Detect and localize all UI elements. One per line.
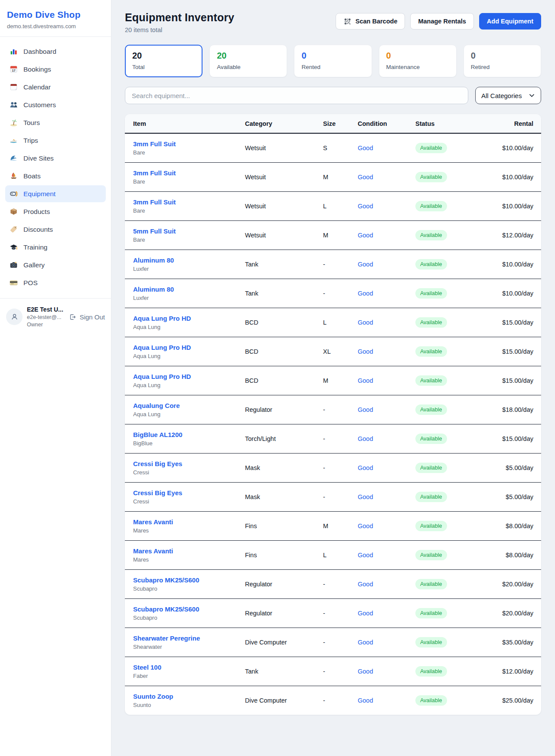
item-name-link[interactable]: Aqua Lung Pro HD xyxy=(133,315,245,322)
table-row: Aqua Lung Pro HD Aqua Lung BCD L Good Av… xyxy=(125,308,541,337)
item-condition-link[interactable]: Good xyxy=(358,668,373,675)
manage-rentals-button[interactable]: Manage Rentals xyxy=(410,13,473,30)
item-name-link[interactable]: Aluminum 80 xyxy=(133,256,245,264)
sidebar-item-dive-sites[interactable]: Dive Sites xyxy=(5,150,106,167)
item-condition-link[interactable]: Good xyxy=(358,697,373,704)
sidebar-item-label: Calendar xyxy=(23,83,51,91)
table-row: Aluminum 80 Luxfer Tank - Good Available… xyxy=(125,250,541,279)
sidebar-item-training[interactable]: Training xyxy=(5,239,106,256)
sidebar-item-label: Bookings xyxy=(23,66,51,73)
item-condition-link[interactable]: Good xyxy=(358,348,373,355)
item-condition-link[interactable]: Good xyxy=(358,493,373,500)
item-brand: Aqua Lung xyxy=(133,411,245,417)
sidebar-item-calendar[interactable]: Calendar xyxy=(5,79,106,95)
item-name-link[interactable]: Cressi Big Eyes xyxy=(133,460,245,467)
item-condition-link[interactable]: Good xyxy=(358,464,373,471)
item-brand: BigBlue xyxy=(133,440,245,447)
item-name-link[interactable]: Steel 100 xyxy=(133,664,245,671)
scan-barcode-button[interactable]: Scan Barcode xyxy=(336,13,405,30)
status-badge: Available xyxy=(415,579,447,589)
item-condition-link[interactable]: Good xyxy=(358,581,373,588)
item-condition-link[interactable]: Good xyxy=(358,552,373,559)
sidebar-item-boats[interactable]: Boats xyxy=(5,168,106,184)
sidebar-item-tours[interactable]: Tours xyxy=(5,114,106,131)
item-name-link[interactable]: Aqua Lung Pro HD xyxy=(133,373,245,380)
item-name-link[interactable]: Mares Avanti xyxy=(133,518,245,526)
sidebar-item-label: Training xyxy=(23,243,47,251)
column-header-condition[interactable]: Condition xyxy=(358,114,415,133)
item-brand: Luxfer xyxy=(133,266,245,272)
stat-card-rented[interactable]: 0 Rented xyxy=(294,45,372,77)
item-name-link[interactable]: Aqualung Core xyxy=(133,402,245,409)
item-name-link[interactable]: 3mm Full Suit xyxy=(133,198,245,206)
item-rental-rate: $8.00/day xyxy=(481,541,541,570)
trips-icon xyxy=(10,136,18,145)
stat-card-retired[interactable]: 0 Retired xyxy=(464,45,541,77)
training-icon xyxy=(10,243,18,251)
item-name-link[interactable]: Shearwater Peregrine xyxy=(133,634,245,642)
column-header-category[interactable]: Category xyxy=(245,114,323,133)
sidebar-item-dashboard[interactable]: Dashboard xyxy=(5,43,106,60)
item-size: - xyxy=(323,424,358,454)
item-name-link[interactable]: 3mm Full Suit xyxy=(133,169,245,177)
column-header-status[interactable]: Status xyxy=(415,114,481,133)
sidebar-item-customers[interactable]: Customers xyxy=(5,96,106,113)
table-row: Steel 100 Faber Tank - Good Available $1… xyxy=(125,657,541,686)
item-category: BCD xyxy=(245,337,323,366)
item-size: L xyxy=(323,192,358,221)
item-name-link[interactable]: Scubapro MK25/S600 xyxy=(133,576,245,584)
sidebar-item-label: Tours xyxy=(23,119,40,127)
item-brand: Cressi xyxy=(133,498,245,505)
item-category: Mask xyxy=(245,483,323,512)
item-condition-link[interactable]: Good xyxy=(358,406,373,413)
stat-value: 0 xyxy=(386,51,449,61)
item-condition-link[interactable]: Good xyxy=(358,377,373,384)
stat-card-maintenance[interactable]: 0 Maintenance xyxy=(379,45,457,77)
item-condition-link[interactable]: Good xyxy=(358,145,373,151)
item-name-link[interactable]: Suunto Zoop xyxy=(133,693,245,700)
item-name-link[interactable]: Cressi Big Eyes xyxy=(133,489,245,496)
dashboard-icon xyxy=(10,47,18,56)
sidebar-item-trips[interactable]: Trips xyxy=(5,132,106,149)
stat-value: 0 xyxy=(471,51,534,61)
item-condition-link[interactable]: Good xyxy=(358,610,373,617)
search-input[interactable] xyxy=(125,87,468,104)
sign-out-button[interactable]: Sign Out xyxy=(69,313,105,321)
item-rental-rate: $15.00/day xyxy=(481,337,541,366)
category-select[interactable]: All Categories xyxy=(475,87,541,104)
item-condition-link[interactable]: Good xyxy=(358,523,373,529)
sidebar-item-pos[interactable]: POS xyxy=(5,274,106,291)
item-condition-link[interactable]: Good xyxy=(358,232,373,239)
sidebar-item-label: Trips xyxy=(23,137,38,145)
sidebar-item-bookings[interactable]: 17 Bookings xyxy=(5,61,106,78)
item-category: BCD xyxy=(245,366,323,395)
sidebar-item-equipment[interactable]: Equipment xyxy=(5,185,106,202)
item-condition-link[interactable]: Good xyxy=(358,639,373,646)
item-name-link[interactable]: Aluminum 80 xyxy=(133,286,245,293)
item-condition-link[interactable]: Good xyxy=(358,319,373,326)
item-name-link[interactable]: 3mm Full Suit xyxy=(133,140,245,148)
item-brand: Bare xyxy=(133,237,245,243)
item-rental-rate: $10.00/day xyxy=(481,163,541,192)
item-condition-link[interactable]: Good xyxy=(358,290,373,297)
item-condition-link[interactable]: Good xyxy=(358,174,373,181)
sidebar-item-discounts[interactable]: Discounts xyxy=(5,221,106,238)
column-header-size[interactable]: Size xyxy=(323,114,358,133)
item-name-link[interactable]: Aqua Lung Pro HD xyxy=(133,344,245,351)
item-name-link[interactable]: BigBlue AL1200 xyxy=(133,431,245,438)
stat-card-available[interactable]: 20 Available xyxy=(209,45,287,77)
item-condition-link[interactable]: Good xyxy=(358,203,373,210)
stat-card-total[interactable]: 20 Total xyxy=(125,45,202,77)
column-header-rental[interactable]: Rental xyxy=(481,114,541,133)
item-name-link[interactable]: 5mm Full Suit xyxy=(133,227,245,235)
add-equipment-button[interactable]: Add Equipment xyxy=(479,13,541,30)
item-name-link[interactable]: Scubapro MK25/S600 xyxy=(133,605,245,613)
column-header-item[interactable]: Item xyxy=(125,114,245,133)
item-condition-link[interactable]: Good xyxy=(358,435,373,442)
item-name-link[interactable]: Mares Avanti xyxy=(133,547,245,555)
item-condition-link[interactable]: Good xyxy=(358,261,373,268)
status-badge: Available xyxy=(415,550,447,560)
item-category: Tank xyxy=(245,657,323,686)
sidebar-item-products[interactable]: Products xyxy=(5,203,106,220)
sidebar-item-gallery[interactable]: Gallery xyxy=(5,256,106,273)
